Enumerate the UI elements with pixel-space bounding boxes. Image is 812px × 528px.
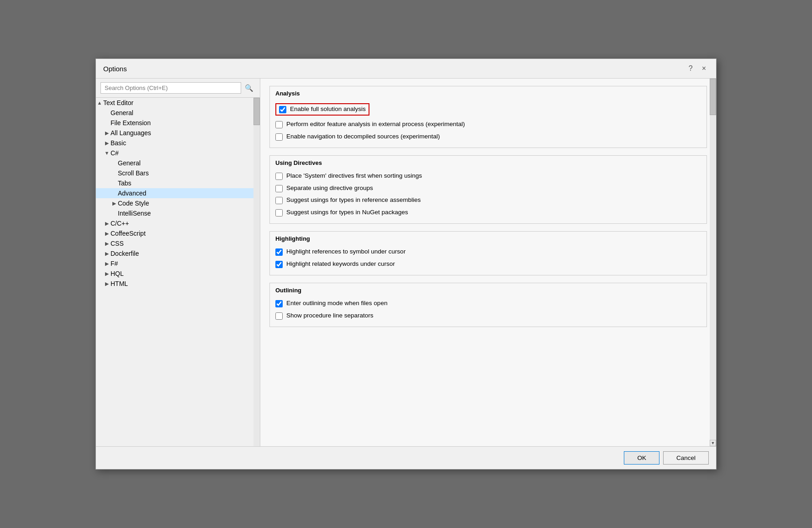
checkbox-highlight-references[interactable] [275,248,283,256]
tree-item-label: Dockerfile [111,250,139,257]
tree-item-css[interactable]: ▶CSS [96,238,260,248]
checkbox-highlight-keywords[interactable] [275,261,283,268]
expand-icon: ▶ [103,241,111,247]
expand-icon: ▶ [103,130,111,136]
checkbox-perform-editor-feature[interactable] [275,121,283,128]
checkbox-label-suggest-usings-ref: Suggest usings for types in reference as… [286,196,421,205]
expand-icon: ▶ [103,221,111,227]
expand-icon: ▼ [103,150,111,156]
checkbox-row-suggest-usings-ref: Suggest usings for types in reference as… [275,194,701,206]
tree-item-intellisense[interactable]: IntelliSense [96,208,260,218]
left-panel: 🔍 ▲Text EditorGeneralFile Extension▶All … [96,79,260,446]
tree-item-tabs[interactable]: Tabs [96,178,260,188]
checkbox-label-highlight-keywords: Highlight related keywords under cursor [286,260,395,269]
expand-icon: ▶ [103,140,111,146]
checkbox-place-system[interactable] [275,173,283,180]
tree-item-label: C/C++ [111,220,129,227]
section-outlining: OutliningEnter outlining mode when files… [269,283,707,327]
expand-icon: ▶ [111,201,118,206]
section-analysis: AnalysisEnable full solution analysisPer… [269,86,707,148]
tree-item-c-cpp[interactable]: ▶C/C++ [96,218,260,228]
tree-item-text-editor[interactable]: ▲Text Editor [96,98,260,108]
tree-scrollbar-thumb[interactable] [253,98,260,125]
tree-scrollbar-track [253,98,260,446]
search-icon[interactable]: 🔍 [243,83,255,93]
tree-item-label: Code Style [118,200,149,207]
title-bar: Options ? × [96,59,716,79]
title-actions: ? × [686,63,709,74]
tree-area: ▲Text EditorGeneralFile Extension▶All La… [96,98,260,446]
tree-item-file-extension[interactable]: File Extension [96,118,260,128]
tree-item-label: Scroll Bars [118,169,149,177]
tree-item-label: Tabs [118,180,132,187]
tree-item-fsharp[interactable]: ▶F# [96,259,260,269]
section-title-highlighting: Highlighting [270,232,707,244]
tree-item-csharp[interactable]: ▼C# [96,148,260,158]
tree-item-label: HTML [111,280,128,287]
checkbox-label-place-system: Place 'System' directives first when sor… [286,172,422,180]
checkbox-separate-using[interactable] [275,185,283,192]
checkbox-row-enter-outlining: Enter outlining mode when files open [275,297,701,310]
dialog-footer: OK Cancel [96,446,716,469]
section-title-using_directives: Using Directives [270,156,707,168]
expand-icon: ▶ [103,281,111,287]
checkbox-label-highlight-references: Highlight references to symbol under cur… [286,248,406,256]
checkbox-row-enable-navigation: Enable navigation to decompiled sources … [275,131,701,143]
section-content-analysis: Enable full solution analysisPerform edi… [270,99,707,148]
expand-icon: ▶ [103,251,111,257]
tree-item-hql[interactable]: ▶HQL [96,269,260,279]
checkbox-label-suggest-usings-nuget: Suggest usings for types in NuGet packag… [286,208,408,217]
tree-item-label: Advanced [118,190,146,197]
cancel-button[interactable]: Cancel [663,451,709,465]
tree-item-general1[interactable]: General [96,108,260,118]
section-highlighting: HighlightingHighlight references to symb… [269,231,707,275]
highlighted-row-enable-full-solution: Enable full solution analysis [275,103,369,116]
tree-item-dockerfile[interactable]: ▶Dockerfile [96,248,260,259]
dialog-title: Options [103,65,127,73]
tree-item-code-style[interactable]: ▶Code Style [96,198,260,208]
help-button[interactable]: ? [686,63,696,74]
tree-item-basic[interactable]: ▶Basic [96,138,260,148]
checkbox-suggest-usings-nuget[interactable] [275,209,283,216]
section-content-highlighting: Highlight references to symbol under cur… [270,244,707,275]
checkbox-row-enable-full-solution: Enable full solution analysis [275,100,701,118]
checkbox-label-separate-using: Separate using directive groups [286,184,373,193]
tree-item-scroll-bars[interactable]: Scroll Bars [96,168,260,178]
checkbox-enter-outlining[interactable] [275,300,283,307]
checkbox-row-highlight-references: Highlight references to symbol under cur… [275,246,701,258]
tree-item-coffeescript[interactable]: ▶CoffeeScript [96,228,260,238]
checkbox-label-enable-navigation: Enable navigation to decompiled sources … [286,132,440,141]
tree-item-label: General [111,109,133,116]
ok-button[interactable]: OK [624,451,659,465]
checkbox-label-perform-editor-feature: Perform editor feature analysis in exter… [286,120,465,129]
tree-item-label: F# [111,260,118,267]
checkbox-suggest-usings-ref[interactable] [275,197,283,204]
tree-item-all-languages[interactable]: ▶All Languages [96,128,260,138]
checkbox-show-procedure[interactable] [275,312,283,320]
tree-item-label: Basic [111,139,126,147]
tree-item-label: CoffeeScript [111,230,146,237]
checkbox-enable-full-solution[interactable] [279,106,286,113]
tree-item-html[interactable]: ▶HTML [96,279,260,289]
search-input[interactable] [100,82,241,94]
checkbox-row-highlight-keywords: Highlight related keywords under cursor [275,258,701,270]
right-panel: AnalysisEnable full solution analysisPer… [260,79,716,446]
section-title-analysis: Analysis [270,86,707,99]
checkbox-enable-navigation[interactable] [275,133,283,141]
expand-icon: ▶ [103,261,111,267]
tree-item-label: CSS [111,240,124,247]
content-area: AnalysisEnable full solution analysisPer… [260,79,716,446]
section-using_directives: Using DirectivesPlace 'System' directive… [269,155,707,224]
checkbox-row-suggest-usings-nuget: Suggest usings for types in NuGet packag… [275,206,701,219]
expand-icon: ▲ [96,100,103,106]
tree-item-label: All Languages [111,129,151,137]
content-scrollbar-thumb[interactable] [710,79,716,115]
tree-item-label: File Extension [111,119,151,127]
search-bar: 🔍 [96,79,260,98]
content-scrollbar-track: ▲ ▼ [710,79,716,446]
close-button[interactable]: × [699,63,709,74]
tree-item-csharp-general[interactable]: General [96,158,260,168]
tree-item-advanced[interactable]: Advanced [96,188,260,198]
scroll-down-arrow[interactable]: ▼ [710,440,716,446]
dialog-body: 🔍 ▲Text EditorGeneralFile Extension▶All … [96,79,716,446]
